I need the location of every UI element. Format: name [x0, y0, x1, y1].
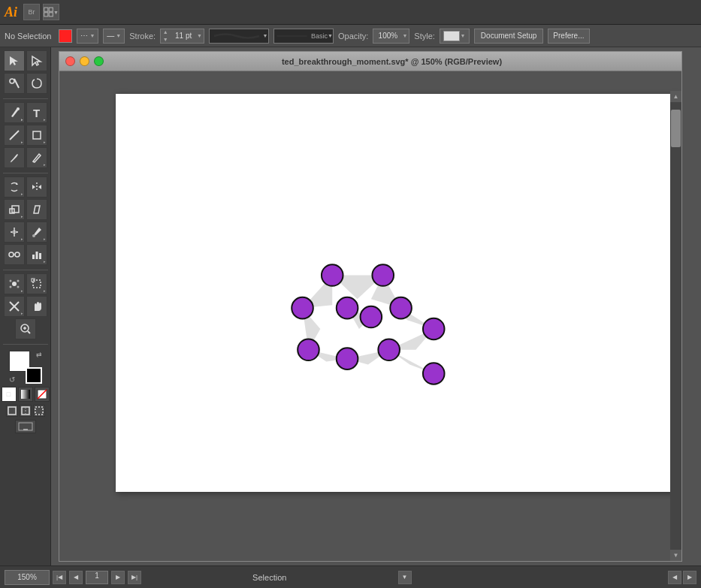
screen-mode-btn[interactable]	[15, 420, 36, 433]
artboard-container[interactable]: ▲ ▼	[59, 71, 681, 561]
scroll-thumb[interactable]	[671, 110, 681, 147]
arrange-button[interactable]: ▼	[43, 4, 59, 20]
first-page-button[interactable]: |◀	[53, 571, 66, 584]
document-setup-button[interactable]: Document Setup	[474, 29, 544, 44]
menu-bar: Ai Br ▼	[0, 0, 701, 25]
style-box[interactable]: ▼	[440, 29, 470, 44]
prev-page-button[interactable]: ◀	[69, 571, 83, 584]
graph-submenu-arrow: ▸	[44, 259, 46, 264]
type-tool-btn[interactable]: T ▸	[26, 102, 47, 123]
opacity-input[interactable]: 100%	[373, 29, 402, 44]
reflect-tool-btn[interactable]	[26, 176, 47, 198]
artboard[interactable]	[116, 94, 679, 492]
rect-tool-btn[interactable]: ▸	[26, 125, 47, 146]
scroll-down-button[interactable]: ▼	[670, 550, 681, 561]
pencil-tool-btn[interactable]: ▸	[26, 147, 47, 168]
zoom-tool-btn[interactable]	[15, 318, 36, 339]
window-maximize-button[interactable]	[94, 56, 104, 66]
shear-tool-btn[interactable]	[26, 199, 47, 220]
stroke-unit-dropdown[interactable]: ▼	[197, 33, 202, 38]
stroke-style-dropdown[interactable]: — ▼	[103, 29, 125, 44]
svg-point-17	[32, 234, 35, 237]
stroke-color-box-small[interactable]	[26, 367, 42, 384]
stroke-value-input[interactable]: 11 pt	[170, 29, 197, 44]
status-right-controls: ◀ ▶	[668, 571, 696, 584]
eyedropper-submenu-arrow: ▸	[44, 237, 46, 241]
paintbrush-tool-btn[interactable]	[4, 147, 25, 168]
status-left-scroll[interactable]: ◀	[668, 571, 681, 584]
scroll-track[interactable]	[670, 102, 681, 550]
stroke-options-dropdown[interactable]: ⋯ ▼	[77, 29, 98, 44]
type-tool-submenu-arrow: ▸	[44, 117, 46, 122]
window-minimize-button[interactable]	[80, 56, 89, 66]
blend-tool-btn[interactable]	[4, 244, 25, 265]
opacity-dropdown-arrow[interactable]: ▼	[402, 33, 407, 38]
svg-rect-40	[8, 407, 16, 415]
svg-rect-3	[49, 13, 53, 17]
last-page-button[interactable]: ▶|	[128, 571, 141, 584]
color-mode-btn[interactable]: □	[2, 387, 17, 402]
main-area: ▸ ▸ T ▸ ▸ ▸ ▸	[0, 47, 701, 565]
pen-tool-btn[interactable]: ▸ ▸	[4, 102, 25, 123]
svg-point-64	[361, 306, 382, 328]
svg-point-28	[17, 286, 19, 288]
magic-wand-tool-btn[interactable]	[4, 73, 25, 94]
next-page-button[interactable]: ▶	[111, 571, 125, 584]
canvas-area: ted_breakthrough_moment.svg* @ 150% (RGB…	[51, 47, 701, 565]
type-icon: T	[33, 107, 40, 119]
svg-rect-0	[44, 8, 48, 11]
ai-logo-icon: Ai	[5, 5, 17, 20]
brush-dropdown-arrow: ▼	[263, 33, 268, 38]
column-graph-tool-btn[interactable]: ▸	[26, 244, 47, 265]
brush-preview[interactable]: ▼	[209, 29, 269, 44]
profile-preview[interactable]: Basic ▼	[273, 29, 334, 44]
swap-colors-icon[interactable]: ⇄	[36, 351, 42, 358]
svg-point-60	[390, 297, 412, 319]
symbol-spray-tool-btn[interactable]: ▸	[4, 273, 25, 294]
window-close-button[interactable]	[65, 56, 75, 66]
none-mode-btn[interactable]	[35, 387, 50, 402]
bridge-button[interactable]: Br	[23, 4, 40, 20]
draw-behind-btn[interactable]	[20, 405, 32, 417]
artboard-tool-btn[interactable]: ▸	[26, 273, 47, 294]
page-input[interactable]: 1	[86, 571, 108, 584]
document-titlebar: ted_breakthrough_moment.svg* @ 150% (RGB…	[59, 52, 681, 71]
svg-point-18	[9, 252, 14, 257]
stroke-decrement-btn[interactable]: ▼	[163, 37, 168, 42]
draw-inside-btn[interactable]	[33, 405, 45, 417]
hand-tool-btn[interactable]	[26, 296, 47, 317]
slice-tool-btn[interactable]: ▸	[4, 296, 25, 317]
scroll-up-button[interactable]: ▲	[670, 91, 681, 102]
svg-point-7	[10, 79, 14, 83]
default-colors-icon[interactable]: ↺	[9, 375, 15, 384]
zoom-display[interactable]: 150%	[5, 570, 50, 585]
status-dropdown-arrow[interactable]: ▼	[398, 571, 412, 584]
width-submenu-arrow: ▸	[21, 237, 23, 241]
options-bar: No Selection ⋯ ▼ — ▼ Stroke: ▲ ▼ 11 pt ▼…	[0, 25, 701, 47]
stroke-increment-btn[interactable]: ▲	[163, 29, 168, 35]
direct-selection-tool-btn[interactable]	[26, 50, 47, 71]
svg-point-62	[337, 348, 358, 369]
draw-normal-btn[interactable]	[6, 405, 18, 417]
svg-point-57	[372, 264, 394, 286]
width-tool-btn[interactable]: ▸	[4, 222, 25, 243]
rect-tool-submenu-arrow: ▸	[44, 140, 46, 144]
eyedropper-tool-btn[interactable]: ▸	[26, 222, 47, 243]
rotate-tool-btn[interactable]: ▸	[4, 176, 25, 198]
vertical-scrollbar[interactable]: ▲ ▼	[670, 91, 681, 561]
no-selection-label: No Selection	[5, 32, 51, 41]
opacity-label: Opacity:	[338, 32, 368, 41]
symbol-submenu-arrow: ▸	[21, 288, 23, 293]
toolbar: ▸ ▸ T ▸ ▸ ▸ ▸	[0, 47, 51, 565]
svg-line-12	[33, 161, 34, 162]
svg-point-25	[9, 280, 11, 282]
stroke-color-picker[interactable]	[59, 29, 72, 43]
preferences-button[interactable]: Prefere...	[548, 29, 589, 44]
svg-rect-21	[32, 255, 35, 259]
selection-tool-btn[interactable]	[4, 50, 25, 71]
scale-tool-btn[interactable]: ▸	[4, 199, 25, 220]
gradient-mode-btn[interactable]	[18, 387, 33, 402]
line-tool-btn[interactable]: ▸	[4, 125, 25, 146]
status-right-scroll[interactable]: ▶	[683, 571, 696, 584]
lasso-tool-btn[interactable]	[26, 73, 47, 94]
